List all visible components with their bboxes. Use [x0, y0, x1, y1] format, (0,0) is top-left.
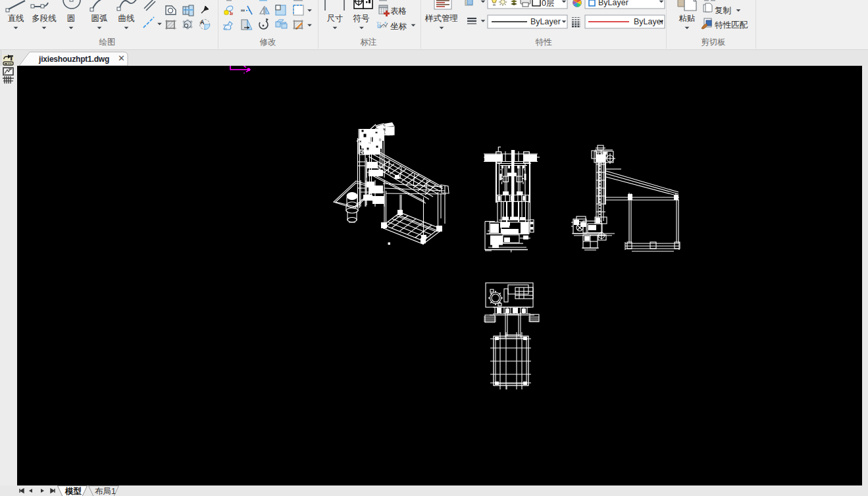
svg-text:x: x	[384, 20, 386, 24]
svg-text:Y: Y	[376, 21, 379, 25]
svg-text:A: A	[200, 19, 205, 26]
